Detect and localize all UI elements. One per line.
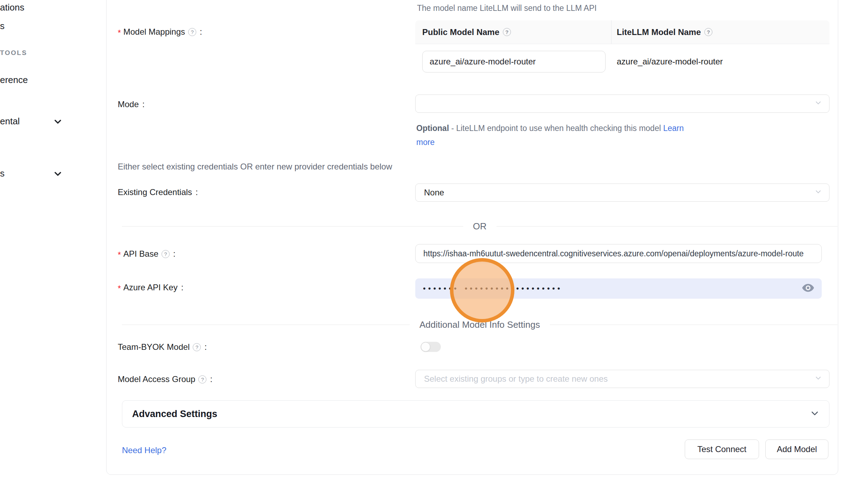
required-marker: *: [118, 284, 121, 293]
model-mappings-table: Public Model Name LiteLLM Model Name azu…: [415, 20, 829, 79]
or-divider: OR: [122, 221, 838, 231]
help-icon[interactable]: [198, 375, 206, 383]
additional-settings-divider: Additional Model Info Settings: [122, 320, 838, 330]
api-base-label: * API Base :: [118, 249, 176, 259]
advanced-settings-panel[interactable]: Advanced Settings: [122, 400, 829, 428]
sidebar-section-tools: TOOLS: [0, 49, 27, 57]
required-marker: *: [118, 28, 121, 38]
azure-api-key-input[interactable]: ••••••• •••••••••••••••••••: [415, 278, 822, 299]
credentials-note: Either select existing credentials OR en…: [118, 162, 392, 172]
team-byok-label: Team-BYOK Model :: [118, 342, 207, 352]
azure-api-key-label: * Azure API Key :: [118, 282, 183, 293]
public-model-name-input[interactable]: [422, 51, 606, 72]
existing-credentials-select[interactable]: None: [415, 183, 829, 202]
help-icon[interactable]: [704, 28, 712, 36]
help-icon[interactable]: [188, 28, 196, 36]
help-icon[interactable]: [503, 28, 511, 36]
existing-credentials-value: None: [424, 188, 444, 198]
litellm-model-name-header: LiteLLM Model Name: [611, 20, 829, 44]
api-base-input[interactable]: [415, 244, 822, 263]
model-access-group-select[interactable]: [415, 370, 829, 388]
chevron-down-icon: [814, 188, 822, 198]
table-header-row: Public Model Name LiteLLM Model Name: [415, 20, 829, 44]
model-mappings-label: * Model Mappings :: [118, 27, 202, 37]
mode-help-text: Optional - LiteLLM endpoint to use when …: [416, 121, 693, 149]
test-connect-button[interactable]: Test Connect: [685, 439, 759, 459]
team-byok-toggle[interactable]: [421, 342, 441, 352]
eye-icon[interactable]: [802, 284, 814, 293]
chevron-down-icon: [810, 409, 819, 419]
toggle-knob: [421, 342, 430, 352]
sidebar-item-experimental[interactable]: ental: [0, 116, 20, 127]
help-icon[interactable]: [193, 343, 201, 351]
sidebar-item[interactable]: s: [0, 168, 5, 179]
sidebar-item-reference[interactable]: erence: [0, 75, 28, 85]
table-row: azure_ai/azure-model-router: [415, 44, 829, 79]
masked-password-dots: •••••••: [423, 285, 459, 292]
chevron-down-icon[interactable]: [53, 169, 62, 180]
model-access-group-input[interactable]: [424, 374, 811, 384]
required-marker: *: [118, 250, 121, 260]
chevron-down-icon: [814, 374, 822, 384]
need-help-link[interactable]: Need Help?: [122, 445, 166, 455]
masked-password-dots: •••••••••••••••••••: [465, 285, 562, 292]
model-access-group-label: Model Access Group :: [118, 374, 212, 384]
sidebar-item[interactable]: s: [0, 21, 5, 32]
advanced-settings-label: Advanced Settings: [132, 409, 217, 420]
chevron-down-icon: [814, 99, 822, 109]
existing-credentials-label: Existing Credentials :: [118, 187, 198, 198]
public-model-name-header: Public Model Name: [415, 20, 611, 44]
chevron-down-icon[interactable]: [53, 117, 62, 127]
mode-select[interactable]: [415, 95, 829, 113]
add-model-button[interactable]: Add Model: [765, 439, 828, 459]
litellm-model-name-value: azure_ai/azure-model-router: [611, 57, 829, 67]
sidebar-item-organizations[interactable]: ations: [0, 2, 24, 13]
mode-label: Mode :: [118, 99, 145, 110]
litellm-model-name-help-text: The model name LiteLLM will send to the …: [417, 4, 597, 13]
help-icon[interactable]: [162, 250, 170, 258]
